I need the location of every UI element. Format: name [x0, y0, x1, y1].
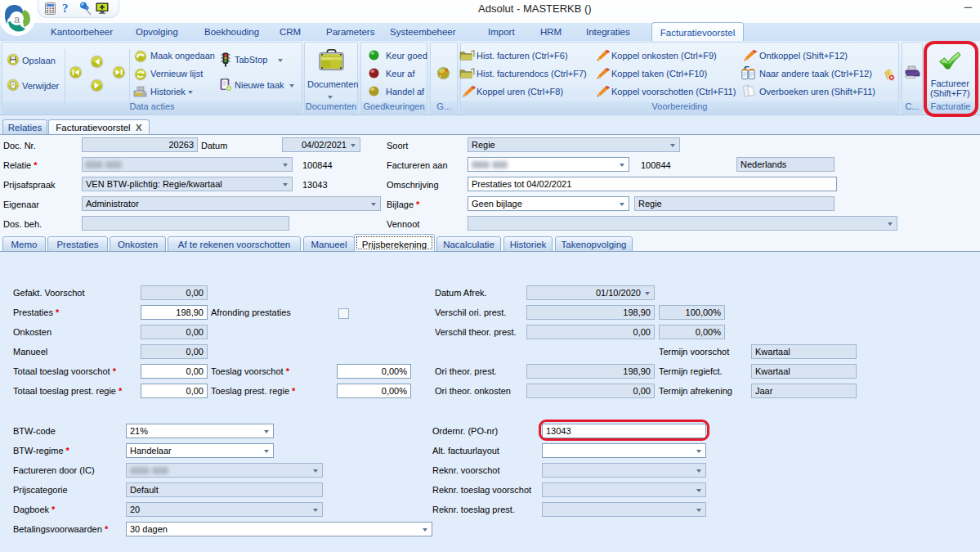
svg-text:a: a: [14, 13, 20, 25]
